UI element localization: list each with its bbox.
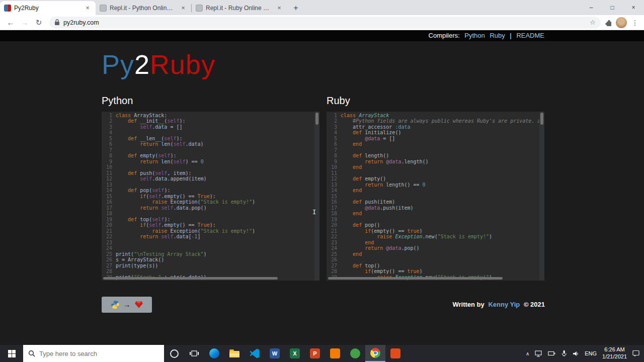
tab-close-icon[interactable]: × xyxy=(179,4,187,12)
page-footer: Written by Kenny Yip © 2021 xyxy=(452,301,545,308)
taskbar-app-edge[interactable] xyxy=(204,345,224,362)
line-number: 1 xyxy=(327,113,337,119)
code-line: if(empty() == true) xyxy=(341,228,544,234)
start-button[interactable] xyxy=(0,345,23,362)
line-number: 13 xyxy=(327,182,337,188)
ruby-horizontal-scrollbar[interactable] xyxy=(327,277,539,281)
line-number: 27 xyxy=(102,263,112,269)
compilers-label: Compilers: xyxy=(429,32,460,39)
taskbar-search[interactable] xyxy=(23,345,164,362)
tab-replit-python[interactable]: Repl.it - Python Online Compiler × xyxy=(96,1,191,15)
minimize-button[interactable]: – xyxy=(581,0,602,15)
line-number: 4 xyxy=(102,130,112,136)
task-view-button[interactable] xyxy=(184,345,204,362)
battery-icon[interactable] xyxy=(548,351,555,356)
profile-avatar[interactable] xyxy=(616,17,627,28)
cortana-icon xyxy=(170,349,179,358)
python-gutter: 1234567891011121314151617181920212223242… xyxy=(102,112,116,281)
line-number: 7 xyxy=(327,147,337,153)
powerpoint-icon: P xyxy=(310,348,320,358)
code-line xyxy=(341,194,544,200)
address-bar[interactable]: py2ruby.com ☆ xyxy=(49,17,601,29)
action-center-icon[interactable] xyxy=(632,350,640,357)
green-app-icon xyxy=(350,348,360,358)
browser-menu-icon[interactable]: ⋮ xyxy=(630,19,640,27)
vscode-icon xyxy=(250,349,260,358)
line-number: 5 xyxy=(102,136,112,142)
volume-icon[interactable] xyxy=(573,350,579,357)
python-panel: Python 123456789101112131415161718192021… xyxy=(102,95,319,281)
browser-titlebar: Py2Ruby × Repl.it - Python Online Compil… xyxy=(0,0,644,15)
line-number: 4 xyxy=(327,130,337,136)
search-input[interactable] xyxy=(39,350,159,357)
taskbar-app-vscode[interactable] xyxy=(245,345,265,362)
python-horizontal-scrollbar[interactable] xyxy=(102,277,314,281)
ruby-gutter: 1234567891011121314151617181920212223242… xyxy=(327,112,341,281)
microphone-icon[interactable] xyxy=(561,350,567,357)
close-button[interactable]: × xyxy=(623,0,644,15)
code-line: s = ArrayStack() xyxy=(116,257,319,263)
line-number: 17 xyxy=(327,205,337,211)
line-number: 15 xyxy=(327,194,337,200)
ruby-vertical-scrollbar[interactable] xyxy=(539,112,544,281)
line-number: 28 xyxy=(102,268,112,275)
forward-icon[interactable]: → xyxy=(18,18,31,27)
tab-close-icon[interactable]: × xyxy=(275,4,283,12)
code-line: end xyxy=(341,240,544,246)
replit-favicon xyxy=(100,5,107,12)
line-number: 3 xyxy=(102,124,112,130)
author-link[interactable]: Kenny Yip xyxy=(488,301,520,308)
code-line: return self.data[-1] xyxy=(116,234,319,240)
code-line: def empty(self): xyxy=(116,153,319,159)
taskbar-app-red[interactable] xyxy=(385,345,406,362)
tab-py2ruby[interactable]: Py2Ruby × xyxy=(0,1,96,15)
cortana-button[interactable] xyxy=(164,345,184,362)
taskbar-app-file-explorer[interactable] xyxy=(224,345,245,362)
line-number: 19 xyxy=(327,217,337,223)
system-tray: ∧ ENG 6:26 AM 1/21/2021 xyxy=(526,345,644,362)
code-line: raise Exception.new("Stack is empty!") xyxy=(341,234,544,240)
taskbar-app-orange[interactable] xyxy=(325,345,345,362)
python-compiler-link[interactable]: Python xyxy=(464,32,485,39)
taskbar-clock[interactable]: 6:26 AM 1/21/2021 xyxy=(602,346,627,360)
code-line xyxy=(116,147,319,153)
new-tab-button[interactable]: + xyxy=(289,2,302,15)
python-editor[interactable]: 1234567891011121314151617181920212223242… xyxy=(102,112,319,281)
taskbar-app-green[interactable] xyxy=(345,345,365,362)
tab-close-icon[interactable]: × xyxy=(84,4,92,12)
taskbar-app-chrome[interactable] xyxy=(365,345,385,362)
taskbar-app-excel[interactable]: X xyxy=(285,345,305,362)
line-number: 1 xyxy=(102,113,112,119)
network-icon[interactable] xyxy=(535,350,542,357)
extensions-puzzle-icon[interactable] xyxy=(605,19,613,27)
bookmark-star-icon[interactable]: ☆ xyxy=(590,19,596,26)
reload-icon[interactable]: ↻ xyxy=(32,18,45,27)
taskbar-app-word[interactable]: W xyxy=(265,345,285,362)
line-number: 25 xyxy=(327,251,337,257)
maximize-button[interactable]: □ xyxy=(602,0,623,15)
py2ruby-favicon xyxy=(4,5,11,12)
tab-replit-ruby[interactable]: Repl.it - Ruby Online Compiler & × xyxy=(192,1,287,15)
tab-title: Py2Ruby xyxy=(14,5,80,12)
code-line: return @data.length() xyxy=(341,159,544,165)
taskbar-app-powerpoint[interactable]: P xyxy=(305,345,325,362)
line-number: 5 xyxy=(327,136,337,142)
python-codearea[interactable]: class ArrayStack: def __init__(self): se… xyxy=(116,112,319,281)
code-line: self.data = [] xyxy=(116,124,319,130)
chrome-icon xyxy=(370,348,380,358)
line-number: 6 xyxy=(327,141,337,147)
readme-link[interactable]: README xyxy=(516,32,544,39)
language-indicator[interactable]: ENG xyxy=(585,350,597,356)
code-line: def push(item) xyxy=(341,199,544,205)
ruby-codearea[interactable]: class ArrayStack #Python fields are alwa… xyxy=(341,112,544,281)
line-number: 20 xyxy=(327,222,337,228)
line-number: 12 xyxy=(102,176,112,182)
ruby-editor[interactable]: 1234567891011121314151617181920212223242… xyxy=(327,112,544,281)
code-line: def pop(self): xyxy=(116,188,319,194)
ruby-compiler-link[interactable]: Ruby xyxy=(490,32,505,39)
back-icon[interactable]: ← xyxy=(4,18,17,27)
python-vertical-scrollbar[interactable] xyxy=(314,112,319,281)
line-number: 21 xyxy=(102,228,112,234)
hidden-icons-chevron[interactable]: ∧ xyxy=(526,351,529,356)
ruby-panel: Ruby 12345678910111213141516171819202122… xyxy=(327,95,544,281)
